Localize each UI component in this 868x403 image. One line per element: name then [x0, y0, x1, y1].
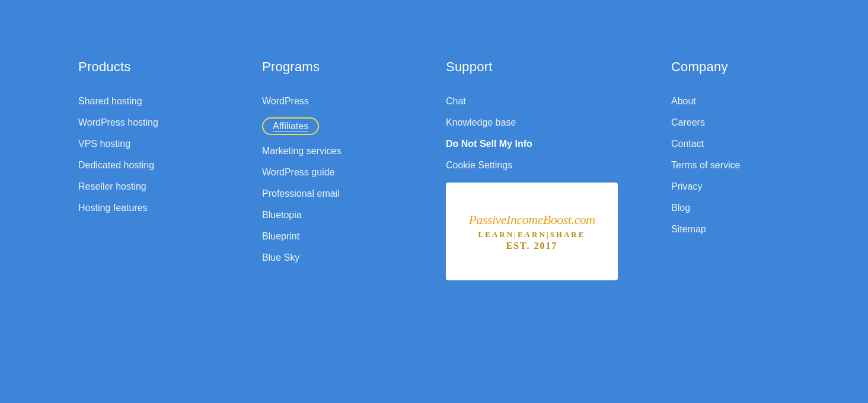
chat-link[interactable]: Chat	[446, 96, 466, 106]
support-content: Chat Knowledge base Do Not Sell My Info …	[446, 96, 624, 280]
hosting-features-link[interactable]: Hosting features	[78, 203, 148, 213]
products-header: Products	[78, 59, 215, 75]
products-column: Products Shared hosting WordPress hostin…	[78, 59, 215, 280]
support-links: Chat Knowledge base Do Not Sell My Info …	[446, 96, 624, 171]
contact-link[interactable]: Contact	[671, 139, 704, 149]
wordpress-guide-link[interactable]: WordPress guide	[262, 167, 334, 177]
list-item: Shared hosting	[78, 96, 215, 107]
list-item: WordPress	[262, 96, 398, 107]
logo-tagline: LEARN|EARN|SHARE	[468, 230, 595, 239]
bluetopia-link[interactable]: Bluetopia	[262, 210, 302, 220]
affiliates-link[interactable]: Affiliates	[262, 117, 319, 135]
blue-sky-link[interactable]: Blue Sky	[262, 252, 299, 263]
do-not-sell-link[interactable]: Do Not Sell My Info	[446, 139, 532, 149]
list-item: WordPress hosting	[78, 117, 215, 128]
list-item: Sitemap	[671, 224, 837, 235]
list-item: Marketing services	[262, 146, 398, 156]
list-item: Hosting features	[78, 203, 215, 213]
list-item: Dedicated hosting	[78, 160, 215, 171]
list-item: Contact	[671, 139, 837, 149]
vps-hosting-link[interactable]: VPS hosting	[78, 139, 130, 149]
sitemap-link[interactable]: Sitemap	[671, 224, 706, 234]
list-item: Do Not Sell My Info	[446, 139, 624, 149]
company-column: Company About Careers Contact Terms of s…	[671, 59, 837, 280]
programs-links: WordPress Affiliates Marketing services …	[262, 96, 398, 263]
programs-header: Programs	[262, 59, 398, 75]
logo-script-text: PassiveIncomeBoost.com	[468, 212, 595, 229]
passive-income-logo: PassiveIncomeBoost.com LEARN|EARN|SHARE …	[446, 183, 618, 280]
list-item: Blue Sky	[262, 252, 398, 263]
support-column: Support Chat Knowledge base Do Not Sell …	[446, 59, 624, 280]
wordpress-link[interactable]: WordPress	[262, 96, 309, 106]
list-item: WordPress guide	[262, 167, 398, 178]
logo-est: EST. 2017	[468, 241, 595, 251]
cookie-settings-link[interactable]: Cookie Settings	[446, 160, 512, 170]
list-item: Privacy	[671, 181, 837, 192]
programs-column: Programs WordPress Affiliates Marketing …	[262, 59, 398, 280]
privacy-link[interactable]: Privacy	[671, 181, 702, 191]
wordpress-hosting-link[interactable]: WordPress hosting	[78, 117, 158, 127]
footer-columns: Products Shared hosting WordPress hostin…	[78, 59, 790, 280]
list-item: About	[671, 96, 837, 107]
marketing-services-link[interactable]: Marketing services	[262, 146, 341, 156]
list-item: Blueprint	[262, 231, 398, 242]
reseller-hosting-link[interactable]: Reseller hosting	[78, 181, 146, 191]
list-item: Cookie Settings	[446, 160, 624, 171]
list-item: Reseller hosting	[78, 181, 215, 192]
professional-email-link[interactable]: Professional email	[262, 188, 340, 199]
blueprint-link[interactable]: Blueprint	[262, 231, 299, 241]
blog-link[interactable]: Blog	[671, 203, 690, 213]
page-container: Products Shared hosting WordPress hostin…	[0, 0, 868, 403]
list-item: Professional email	[262, 188, 398, 199]
terms-of-service-link[interactable]: Terms of service	[671, 160, 740, 170]
knowledge-base-link[interactable]: Knowledge base	[446, 117, 516, 127]
dedicated-hosting-link[interactable]: Dedicated hosting	[78, 160, 154, 170]
list-item: Terms of service	[671, 160, 837, 171]
list-item: Chat	[446, 96, 624, 107]
list-item: Blog	[671, 203, 837, 213]
list-item: Knowledge base	[446, 117, 624, 128]
support-header: Support	[446, 59, 624, 75]
products-links: Shared hosting WordPress hosting VPS hos…	[78, 96, 215, 213]
about-link[interactable]: About	[671, 96, 696, 106]
list-item: Affiliates	[262, 117, 398, 135]
list-item: VPS hosting	[78, 139, 215, 149]
shared-hosting-link[interactable]: Shared hosting	[78, 96, 142, 106]
company-links: About Careers Contact Terms of service P…	[671, 96, 837, 235]
list-item: Bluetopia	[262, 210, 398, 220]
company-header: Company	[671, 59, 837, 75]
careers-link[interactable]: Careers	[671, 117, 705, 127]
logo-inner: PassiveIncomeBoost.com LEARN|EARN|SHARE …	[462, 206, 601, 257]
list-item: Careers	[671, 117, 837, 128]
